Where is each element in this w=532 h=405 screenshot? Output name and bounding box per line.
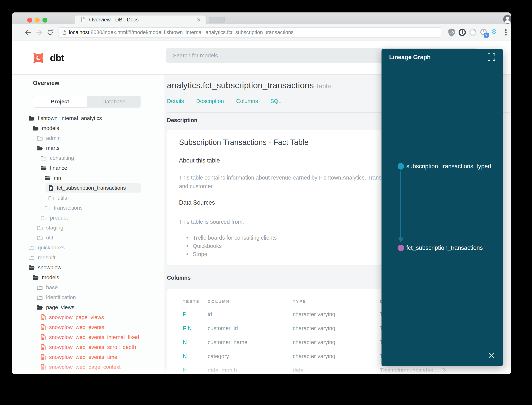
tab-close-icon[interactable]: ✕ [197,17,201,23]
new-tab-button[interactable] [209,17,225,23]
profile-avatar[interactable] [503,15,511,24]
tree-item[interactable]: fct_subscription_transactions [12,183,164,193]
tree-item[interactable]: models [12,123,164,133]
column-tests: F N [183,325,208,331]
snowflake-extension-icon[interactable]: ❄ [491,27,497,36]
extension-circle-icon[interactable] [468,28,477,37]
tree-item-label: models [42,275,59,281]
tree-item[interactable]: fishtown_internal_analytics [12,113,164,123]
tree-item[interactable]: admin [12,133,164,143]
forward-button[interactable] [35,28,43,36]
tree-item-label: page_views [46,304,74,310]
lineage-edge [400,171,401,238]
folder-icon [44,205,51,210]
tree-item-label: staging [46,225,63,231]
dbt-logo[interactable]: dbt_ [31,51,69,65]
traffic-light-minimize[interactable] [35,18,40,23]
page-icon [81,17,86,23]
refresh-button[interactable] [46,28,54,36]
target-node-label: fct_subscription_transactions [406,244,483,251]
expand-fullscreen-icon[interactable] [488,54,495,61]
onepassword-extension-icon[interactable] [458,28,466,37]
lineage-node-target[interactable]: fct_subscription_transactions [398,244,483,251]
model-file-icon [40,354,46,360]
tree-item[interactable]: models [12,273,164,283]
tree-item[interactable]: quickbooks [12,243,164,253]
browser-toolbar: localhost:8080/index.html#!/model/model.… [12,24,511,41]
tree-item[interactable]: base [12,283,164,292]
tree-item[interactable]: marts [12,143,164,153]
tree-item[interactable]: snowplow_web_events_time [12,352,164,362]
tree-item-label: models [42,125,59,131]
columns-section-label: Columns [167,275,191,281]
tree-item[interactable]: snowplow [12,263,164,273]
model-nav-tab[interactable]: SQL [270,98,281,104]
traffic-light-close[interactable] [27,18,32,23]
model-nav-tab[interactable]: Columns [236,98,258,104]
chevron-right-icon[interactable] [442,368,447,373]
power-extension-icon[interactable]: x [479,28,489,38]
source-node-dot [398,163,404,169]
tree-item[interactable]: snowplow_web_events_internal_fixed [12,332,164,342]
back-button[interactable] [24,28,32,36]
ublock-extension-icon[interactable]: uO [447,28,456,37]
tree-item[interactable]: mrr [12,173,164,183]
tab-database[interactable]: Database [87,96,141,108]
column-type: character varying [293,325,380,331]
tree-item-label: redshift [38,255,55,261]
tree-item[interactable]: identification [12,292,164,302]
folder-open-icon [37,305,43,310]
tree-item-label: product [50,215,68,221]
tree-item[interactable]: snowplow_page_views [12,312,164,322]
tree-item[interactable]: page_views [12,302,164,312]
tree-item[interactable]: transactions [12,203,164,213]
model-nav-tab[interactable]: Description [196,98,224,104]
tree-item[interactable]: utils [12,193,164,203]
tree-item[interactable]: redshift [12,253,164,263]
browser-titlebar: Overview - DBT Docs ✕ [12,13,511,24]
url-path: :8080/index.html#!/model/model.fishtown_… [89,29,294,35]
tree-item[interactable]: staging [12,223,164,233]
tree-item[interactable]: snowplow_web_events_scroll_depth [12,342,164,352]
browser-tab[interactable]: Overview - DBT Docs ✕ [75,15,206,24]
column-description: This column indicates ... [380,367,439,373]
traffic-light-maximize[interactable] [42,18,47,23]
tree-item[interactable]: snowplow_web_events [12,322,164,332]
model-file-icon [40,314,46,320]
url-bar[interactable]: localhost:8080/index.html#!/model/model.… [59,27,441,38]
data-source-item: Trello boards for consulting clients [186,234,277,242]
column-header: COLUMN [208,299,230,304]
tree-item[interactable]: product [12,213,164,223]
column-name: customer_id [208,325,293,331]
tree-item[interactable]: consulting [12,153,164,163]
column-name: customer_name [208,339,293,345]
folder-icon [37,235,43,240]
folder-open-icon [33,275,39,280]
lineage-node-source[interactable]: subscription_transactions_typed [398,163,491,170]
model-nav-tab[interactable]: Details [167,98,184,104]
tree-item[interactable]: util [12,233,164,243]
data-sources-intro: This table is sourced from: [179,218,244,226]
column-tests: N [183,367,208,373]
tree-item-label: mrr [54,175,62,181]
tab-title: Overview - DBT Docs [89,17,194,23]
browser-menu-icon[interactable] [502,28,510,37]
column-type: date [293,367,380,373]
folder-open-icon [33,126,39,131]
tree-item[interactable]: snowplow_web_page_context [12,362,164,372]
project-database-toggle: Project Database [33,96,141,108]
tree-item[interactable]: finance [12,163,164,173]
tab-project[interactable]: Project [33,96,87,108]
close-icon[interactable] [488,351,495,359]
column-tests: P [183,311,208,317]
tree-item-label: snowplow_web_events_internal_fixed [49,334,139,340]
tree-item-label: base [46,284,58,290]
target-node-dot [398,245,404,251]
tree-item-label: snowplow [38,264,61,271]
folder-icon [37,285,43,290]
source-node-label: subscription_transactions_typed [406,163,491,170]
page-title: analytics.fct_subscription_transactionst… [167,80,331,90]
tree-item-label: fct_subscription_transactions [57,185,126,191]
tree-item-label: admin [46,135,61,141]
folder-icon [40,215,47,221]
